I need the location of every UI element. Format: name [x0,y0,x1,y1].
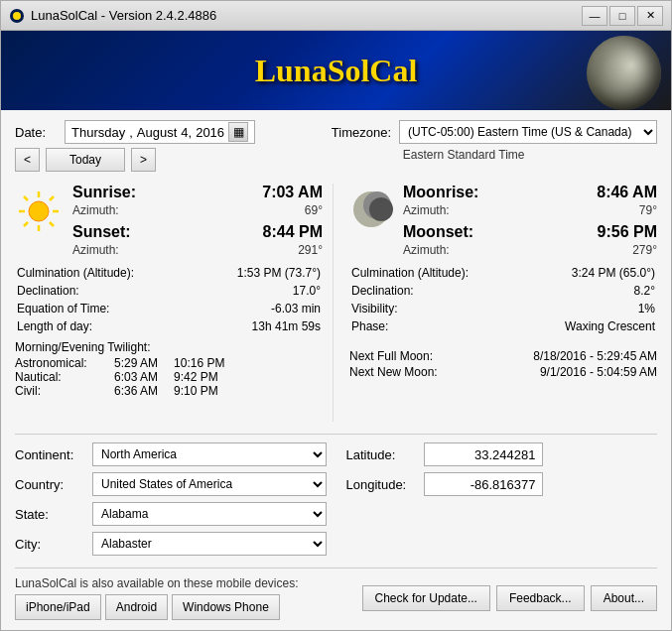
moonrise-row: Moonrise: 8:46 AM Azimuth: 79° Moonset: … [349,184,657,257]
moon-declination-row: Declination: 8.2° [351,283,655,299]
moonset-az-val: 279° [632,243,657,257]
continent-label: Continent: [15,447,84,462]
city-label: City: [15,537,84,552]
timezone-select[interactable]: (UTC-05:00) Eastern Time (US & Canada) [399,120,657,144]
sunrise-data: Sunrise: 7:03 AM Azimuth: 69° Sunset: 8:… [72,184,323,257]
android-button[interactable]: Android [105,594,168,620]
continent-row: Continent: North America [15,442,327,466]
declination-label: Declination: [17,283,193,299]
moon-declination-label: Declination: [351,283,522,299]
next-new-val: 9/1/2016 - 5:04:59 AM [540,365,657,379]
moonrise-az-val: 79° [639,203,657,217]
app-icon [9,8,25,24]
check-update-button[interactable]: Check for Update... [362,585,490,611]
bottom-section: LunaSolCal is also available on these mo… [15,568,657,620]
continent-select[interactable]: North America [92,442,327,466]
windowsphone-button[interactable]: Windows Phone [172,594,280,620]
maximize-button[interactable]: □ [609,6,635,26]
timezone-row: Timezone: (UTC-05:00) Eastern Time (US &… [332,120,657,144]
mobile-section: LunaSolCal is also available on these mo… [15,576,299,620]
latitude-label: Latitude: [346,447,416,462]
timezone-subtext: Eastern Standard Time [403,148,657,162]
next-moon-section: Next Full Moon: 8/18/2016 - 5:29:45 AM N… [349,348,657,380]
country-row: Country: United States of America [15,472,327,496]
moonrise-az-label: Azimuth: [403,203,450,217]
sunrise-time: 7:03 AM [262,184,323,201]
date-label: Date: [15,125,55,140]
eot-label: Equation of Time: [17,301,193,316]
eot-row: Equation of Time: -6.03 min [17,301,321,316]
country-select[interactable]: United States of America [92,472,327,496]
title-bar: LunaSolCal - Version 2.4.2.4886 — □ ✕ [1,1,671,31]
nav-row: < Today > [15,148,255,172]
city-select[interactable]: Alabaster [92,532,327,556]
latitude-input[interactable] [424,442,543,466]
sunrise-row: Sunrise: 7:03 AM Azimuth: 69° Sunset: 8:… [15,184,323,257]
latitude-row: Latitude: [346,442,658,466]
sun-details-table: Culmination (Altitude): 1:53 PM (73.7°) … [15,263,323,336]
astronomical-label: Astronomical: [15,356,114,370]
moon-panel: Moonrise: 8:46 AM Azimuth: 79° Moonset: … [334,184,657,422]
astronomical-am: 5:29 AM [114,356,158,370]
next-full-label: Next Full Moon: [349,349,433,363]
sunrise-az-val: 69° [305,203,323,217]
svg-line-9 [50,196,54,200]
svg-point-15 [369,197,393,221]
timezone-label: Timezone: [332,125,391,140]
header-banner: LunaSolCal [1,31,671,110]
phase-val: Waxing Crescent [524,318,655,334]
moonset-az-row: Azimuth: 279° [403,243,657,257]
eot-val: -6.03 min [195,301,321,316]
sunrise-az-label: Azimuth: [72,203,119,217]
twilight-title: Morning/Evening Twilight: [15,340,323,354]
iphone-button[interactable]: iPhone/iPad [15,594,101,620]
nautical-row: Nautical: 6:03 AM 9:42 PM [15,370,323,384]
civil-label: Civil: [15,384,114,398]
date-daynum: 4, [181,125,192,140]
sunset-az-row: Azimuth: 291° [72,243,323,257]
civil-pm: 9:10 PM [174,384,218,398]
nautical-am: 6:03 AM [114,370,158,384]
next-date-button[interactable]: > [131,148,156,172]
about-button[interactable]: About... [591,585,657,611]
country-label: Country: [15,477,84,492]
longitude-input[interactable] [424,472,543,496]
daylength-label: Length of day: [17,318,193,334]
date-input-box[interactable]: Thursday , August 4, 2016 ▦ [65,120,255,144]
sun-panel: Sunrise: 7:03 AM Azimuth: 69° Sunset: 8:… [15,184,334,422]
feedback-button[interactable]: Feedback... [496,585,585,611]
today-button[interactable]: Today [46,148,125,172]
state-select[interactable]: Alabama [92,502,327,526]
date-picker-button[interactable]: ▦ [228,122,248,142]
state-label: State: [15,507,84,522]
sunset-az-val: 291° [298,243,323,257]
next-full-val: 8/18/2016 - 5:29:45 AM [533,349,657,363]
moon-icon [349,188,393,231]
sunset-label: Sunset: [72,223,131,240]
moon-details-table: Culmination (Altitude): 3:24 PM (65.0°) … [349,263,657,336]
daylength-val: 13h 41m 59s [195,318,321,334]
close-button[interactable]: ✕ [637,6,663,26]
app-title: LunaSolCal [255,53,418,89]
main-window: LunaSolCal - Version 2.4.2.4886 — □ ✕ Lu… [0,0,672,631]
culmination-val: 1:53 PM (73.7°) [195,265,321,281]
sunset-time: 8:44 PM [263,223,323,241]
location-section: Continent: North America Country: United… [15,434,657,556]
moonrise-az-row: Azimuth: 79° [403,203,657,217]
declination-val: 17.0° [195,283,321,299]
location-left: Continent: North America Country: United… [15,442,327,556]
nautical-label: Nautical: [15,370,114,384]
prev-date-button[interactable]: < [15,148,40,172]
timezone-section: Timezone: (UTC-05:00) Eastern Time (US &… [332,120,657,162]
date-month: August [137,125,177,140]
declination-row: Declination: 17.0° [17,283,321,299]
minimize-button[interactable]: — [582,6,607,26]
culmination-row: Culmination (Altitude): 1:53 PM (73.7°) [17,265,321,281]
svg-line-10 [24,222,28,226]
moon-decoration [587,36,661,110]
moonset-az-label: Azimuth: [403,243,450,257]
svg-line-7 [24,196,28,200]
moonrise-time: 8:46 AM [597,184,657,201]
culmination-label: Culmination (Altitude): [17,265,193,281]
sun-moon-panels: Sunrise: 7:03 AM Azimuth: 69° Sunset: 8:… [15,184,657,422]
